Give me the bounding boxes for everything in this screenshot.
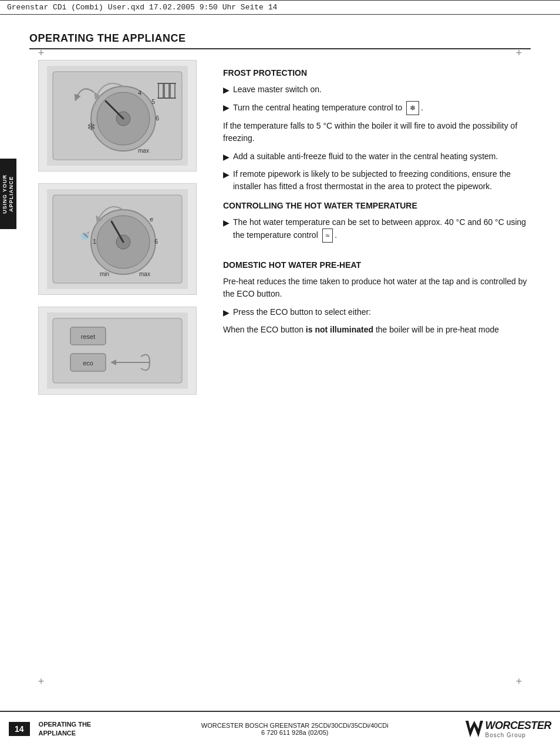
logo-chevron-icon xyxy=(465,721,483,737)
svg-text:reset: reset xyxy=(81,333,95,340)
main-content: OPERATING THE APPLIANCE 4 xyxy=(0,15,560,412)
page-layout: 4 5 6 max ❄ xyxy=(29,60,531,395)
preheat-bold-text: is not illuminated xyxy=(306,325,373,334)
footer-page-number: 14 xyxy=(9,722,30,736)
header-text: Greenstar CDi (Combi) User.qxd 17.02.200… xyxy=(7,3,277,12)
left-column: 4 5 6 max ❄ xyxy=(29,60,205,395)
hot-water-heading: CONTROLLING THE HOT WATER TEMPERATURE xyxy=(223,201,531,210)
frost-bullet-1-text: Leave master switch on. xyxy=(233,83,322,96)
svg-text:eco: eco xyxy=(83,359,93,367)
hot-water-control-icon: ≈ xyxy=(322,228,333,243)
bullet-arrow-3: ▶ xyxy=(223,151,230,163)
svg-text:min: min xyxy=(100,271,109,277)
hot-water-bullet-1: ▶ The hot water temperature can be set t… xyxy=(223,216,531,243)
bullet-arrow-6: ▶ xyxy=(223,307,230,319)
preheat-bullet-1-text: Press the ECO button to select either: xyxy=(233,306,371,318)
heating-dial-image: 4 5 6 max ❄ xyxy=(38,60,197,172)
footer-center-text: WORCESTER BOSCH GREENSTAR 25CDi/30CDi/35… xyxy=(171,722,419,736)
worcester-logo: WORCESTER Bosch Group xyxy=(465,720,552,738)
frost-bullet-1: ▶ Leave master switch on. xyxy=(223,83,531,96)
worcester-brand-text: WORCESTER xyxy=(485,720,552,732)
svg-text:6: 6 xyxy=(154,238,158,245)
frost-bullet-3-text: Add a suitable anti-freeze fluid to the … xyxy=(233,150,498,163)
svg-text:1: 1 xyxy=(93,238,96,245)
svg-text:4: 4 xyxy=(138,89,141,96)
preheat-heading: DOMESTIC HOT WATER PRE-HEAT xyxy=(223,260,531,270)
svg-text:6: 6 xyxy=(156,115,159,122)
frost-plain-1: If the temperature falls to 5 °C within … xyxy=(223,120,531,145)
cross-mark-bottom-right xyxy=(513,676,525,687)
preheat-plain-2: When the ECO button is not illuminated t… xyxy=(223,324,531,336)
svg-marker-38 xyxy=(465,721,483,737)
section-title: OPERATING THE APPLIANCE xyxy=(29,32,531,49)
svg-text:5: 5 xyxy=(151,98,155,105)
frost-bullet-3: ▶ Add a suitable anti-freeze fluid to th… xyxy=(223,150,531,163)
svg-text:max: max xyxy=(139,271,150,277)
buttons-svg: reset eco xyxy=(47,312,188,389)
svg-text:max: max xyxy=(138,147,149,154)
footer-section-label: OPERATING THE APPLIANCE xyxy=(39,720,163,738)
frost-bullet-4: ▶ If remote pipework is likely to be sub… xyxy=(223,168,531,193)
sidebar-tab: USING YOURAPPLIANCE xyxy=(0,159,16,229)
frost-protection-heading: FROST PROTECTION xyxy=(223,68,531,78)
heating-dial-svg: 4 5 6 max ❄ xyxy=(47,66,188,166)
bullet-arrow-4: ▶ xyxy=(223,169,230,181)
buttons-image: reset eco xyxy=(38,307,197,395)
bosch-group-text: Bosch Group xyxy=(485,732,552,738)
preheat-bullet-1: ▶ Press the ECO button to select either: xyxy=(223,306,531,319)
sidebar-tab-text: USING YOURAPPLIANCE xyxy=(2,174,15,214)
svg-text:❄: ❄ xyxy=(87,121,96,133)
preheat-plain-1: Pre-heat reduces the time taken to produ… xyxy=(223,275,531,300)
svg-text:e: e xyxy=(150,216,153,223)
frost-bullet-2: ▶ Turn the central heating temperature c… xyxy=(223,101,531,115)
hot-water-bullet-1-text: The hot water temperature can be set to … xyxy=(233,216,531,243)
bullet-arrow-2: ▶ xyxy=(223,102,230,114)
bullet-arrow-1: ▶ xyxy=(223,84,230,96)
footer: 14 OPERATING THE APPLIANCE WORCESTER BOS… xyxy=(0,711,560,746)
footer-logo: WORCESTER Bosch Group xyxy=(427,720,551,738)
hot-water-dial-svg: min max 1 6 e 🚿 xyxy=(47,189,188,289)
cross-mark-bottom-left xyxy=(35,676,47,687)
hot-water-dial-image: min max 1 6 e 🚿 xyxy=(38,183,197,295)
frost-bullet-4-text: If remote pipework is likely to be subje… xyxy=(233,168,531,193)
right-column: FROST PROTECTION ▶ Leave master switch o… xyxy=(223,60,531,395)
frost-bullet-2-text: Turn the central heating temperature con… xyxy=(233,101,423,115)
svg-text:🚿: 🚿 xyxy=(79,230,91,241)
header-bar: Greenstar CDi (Combi) User.qxd 17.02.200… xyxy=(0,0,560,15)
freeze-icon: ❄ xyxy=(406,101,419,115)
logo-container: WORCESTER Bosch Group xyxy=(465,720,552,738)
bullet-arrow-5: ▶ xyxy=(223,217,230,229)
